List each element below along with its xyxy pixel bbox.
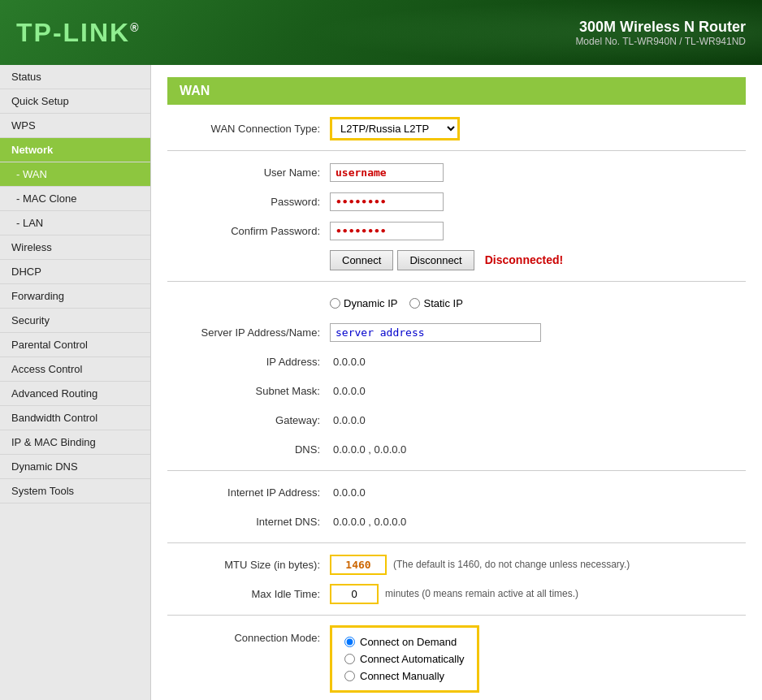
password-label: Password: <box>167 196 330 208</box>
sidebar-item-wireless[interactable]: Wireless <box>0 235 150 260</box>
ip-type-row: Dynamic IP Static IP <box>167 292 746 314</box>
static-ip-radio[interactable] <box>409 298 420 309</box>
password-input[interactable] <box>330 192 444 211</box>
sidebar-item-status[interactable]: Status <box>0 65 150 89</box>
server-ip-label: Server IP Address/Name: <box>167 326 330 339</box>
internet-ip-value: 0.0.0.0 <box>333 486 366 499</box>
internet-ip-label: Internet IP Address: <box>167 486 330 499</box>
connect-automatically-option[interactable]: Connect Automatically <box>344 653 465 665</box>
sidebar-item-bandwidth-control[interactable]: Bandwidth Control <box>0 406 150 430</box>
logo-tp: TP- <box>16 18 63 47</box>
mtu-label: MTU Size (in bytes): <box>167 559 330 571</box>
max-idle-input[interactable] <box>330 584 379 604</box>
subnet-mask-value: 0.0.0.0 <box>333 385 366 397</box>
sidebar-item-advanced-routing[interactable]: Advanced Routing <box>0 382 150 406</box>
content-inner: WAN WAN Connection Type: L2TP/Russia L2T… <box>151 65 762 700</box>
dns-row: DNS: 0.0.0.0 , 0.0.0.0 <box>167 438 746 460</box>
divider-5 <box>167 615 746 616</box>
connect-manually-option[interactable]: Connect Manually <box>344 670 465 682</box>
connection-mode-label: Connection Mode: <box>167 625 330 644</box>
connection-mode-row: Connection Mode: Connect on Demand Conne… <box>167 625 746 693</box>
page-title: WAN <box>167 77 746 105</box>
dns-value: 0.0.0.0 , 0.0.0.0 <box>333 443 406 456</box>
divider-2 <box>167 281 746 282</box>
connect-automatically-radio[interactable] <box>344 654 355 664</box>
ip-address-row: IP Address: 0.0.0.0 <box>167 350 746 373</box>
dynamic-ip-radio[interactable] <box>330 298 340 309</box>
header: TP-LINK® 300M Wireless N Router Model No… <box>0 0 762 65</box>
divider-3 <box>167 470 746 471</box>
sidebar-item-wan[interactable]: - WAN <box>0 162 150 187</box>
connect-on-demand-option[interactable]: Connect on Demand <box>344 636 465 648</box>
mtu-row: MTU Size (in bytes): (The default is 146… <box>167 553 746 576</box>
wan-connection-type-label: WAN Connection Type: <box>167 123 330 135</box>
connect-button[interactable]: Connect <box>330 250 393 270</box>
gateway-row: Gateway: 0.0.0.0 <box>167 408 746 431</box>
confirm-password-input[interactable] <box>330 222 444 240</box>
sidebar-item-access-control[interactable]: Access Control <box>0 357 150 382</box>
logo-link: LINK <box>63 18 131 47</box>
sidebar-item-security[interactable]: Security <box>0 309 150 333</box>
connect-manually-label: Connect Manually <box>360 670 444 682</box>
main-layout: Status Quick Setup WPS Network - WAN - M… <box>0 65 762 700</box>
internet-dns-row: Internet DNS: 0.0.0.0 , 0.0.0.0 <box>167 510 746 533</box>
password-row: Password: <box>167 190 746 213</box>
username-label: User Name: <box>167 166 330 179</box>
ip-address-label: IP Address: <box>167 356 330 368</box>
connect-row: Connect Disconnect Disconnected! <box>167 248 746 271</box>
dns-label: DNS: <box>167 443 330 456</box>
dynamic-ip-option[interactable]: Dynamic IP <box>330 297 397 309</box>
server-ip-row: Server IP Address/Name: <box>167 321 746 344</box>
internet-ip-row: Internet IP Address: 0.0.0.0 <box>167 481 746 503</box>
ip-address-value: 0.0.0.0 <box>333 356 366 368</box>
connect-on-demand-label: Connect on Demand <box>360 636 457 648</box>
sidebar-item-dhcp[interactable]: DHCP <box>0 260 150 284</box>
product-title: 300M Wireless N Router <box>575 19 746 36</box>
sidebar-item-forwarding[interactable]: Forwarding <box>0 284 150 309</box>
gateway-value: 0.0.0.0 <box>333 414 366 426</box>
divider-4 <box>167 542 746 543</box>
sidebar-item-mac-clone[interactable]: - MAC Clone <box>0 187 150 211</box>
logo-tm: ® <box>130 21 140 34</box>
sidebar-item-dynamic-dns[interactable]: Dynamic DNS <box>0 455 150 479</box>
sidebar-item-network[interactable]: Network <box>0 138 150 162</box>
wan-connection-type-select[interactable]: L2TP/Russia L2TP <box>330 117 460 140</box>
logo: TP-LINK® <box>16 18 141 48</box>
connection-status: Disconnected! <box>485 253 563 266</box>
confirm-password-label: Confirm Password: <box>167 225 330 237</box>
max-idle-row: Max Idle Time: minutes (0 means remain a… <box>167 582 746 605</box>
connect-manually-radio[interactable] <box>344 671 355 681</box>
wan-connection-type-row: WAN Connection Type: L2TP/Russia L2TP <box>167 117 746 140</box>
connect-automatically-label: Connect Automatically <box>360 653 465 665</box>
confirm-password-row: Confirm Password: <box>167 219 746 242</box>
connection-mode-options: Connect on Demand Connect Automatically … <box>344 636 465 682</box>
sidebar-item-system-tools[interactable]: System Tools <box>0 479 150 503</box>
sidebar-item-parental-control[interactable]: Parental Control <box>0 333 150 357</box>
subnet-mask-row: Subnet Mask: 0.0.0.0 <box>167 379 746 402</box>
divider-1 <box>167 150 746 151</box>
subnet-mask-label: Subnet Mask: <box>167 385 330 397</box>
mtu-input[interactable] <box>330 555 387 575</box>
sidebar-item-quick-setup[interactable]: Quick Setup <box>0 89 150 114</box>
server-ip-input[interactable] <box>330 323 541 342</box>
dynamic-ip-label: Dynamic IP <box>344 297 397 309</box>
sidebar-item-ip-mac-binding[interactable]: IP & MAC Binding <box>0 430 150 455</box>
username-row: User Name: <box>167 161 746 184</box>
username-input[interactable] <box>330 163 444 182</box>
connect-on-demand-radio[interactable] <box>344 637 355 647</box>
content-area: WAN WAN Connection Type: L2TP/Russia L2T… <box>151 65 762 700</box>
internet-dns-value: 0.0.0.0 , 0.0.0.0 <box>333 516 406 528</box>
sidebar: Status Quick Setup WPS Network - WAN - M… <box>0 65 151 700</box>
max-idle-hint: minutes (0 means remain active at all ti… <box>385 588 578 599</box>
sidebar-item-lan[interactable]: - LAN <box>0 211 150 235</box>
disconnect-button[interactable]: Disconnect <box>397 250 474 270</box>
max-idle-label: Max Idle Time: <box>167 588 330 600</box>
static-ip-label: Static IP <box>423 297 462 309</box>
mtu-hint: (The default is 1460, do not change unle… <box>393 559 630 570</box>
sidebar-item-wps[interactable]: WPS <box>0 114 150 138</box>
connection-mode-box: Connect on Demand Connect Automatically … <box>330 625 479 693</box>
static-ip-option[interactable]: Static IP <box>409 297 462 309</box>
internet-dns-label: Internet DNS: <box>167 516 330 528</box>
product-model: Model No. TL-WR940N / TL-WR941ND <box>575 36 746 47</box>
gateway-label: Gateway: <box>167 414 330 426</box>
